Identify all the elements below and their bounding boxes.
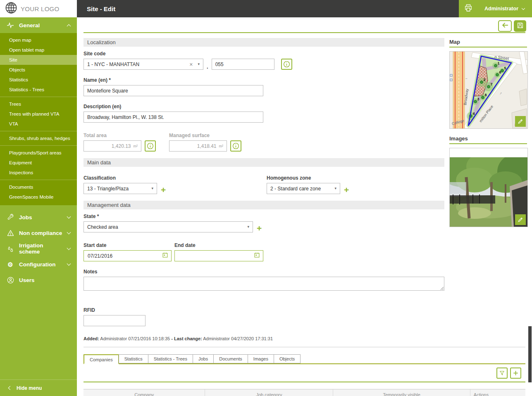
svg-text:2: 2 xyxy=(484,78,486,82)
sidebar-item-statistics-trees[interactable]: Statistics - Trees xyxy=(0,85,77,95)
managed-surface-info-button[interactable] xyxy=(230,140,241,152)
sidebar-section-irrigation[interactable]: Irrigation scheme xyxy=(0,241,77,256)
dropdown-caret-icon[interactable]: ▾ xyxy=(334,187,336,190)
rfid-input[interactable] xyxy=(83,315,146,326)
edit-images-button[interactable] xyxy=(515,214,526,225)
images-title-rule xyxy=(449,143,527,144)
sidebar-section-jobs[interactable]: Jobs xyxy=(0,209,77,225)
site-area-select[interactable]: 1 - NYC - MANHATTAN × ▾ xyxy=(83,59,203,70)
hide-menu-button[interactable]: Hide menu xyxy=(0,379,77,396)
general-submenu: Open mapOpen tablet mapSiteObjectsStatis… xyxy=(0,33,77,205)
end-date-field[interactable] xyxy=(174,250,263,261)
tab-companies[interactable]: Companies xyxy=(83,354,119,364)
start-date-input[interactable] xyxy=(87,253,162,259)
name-input[interactable] xyxy=(83,85,263,96)
sidebar-item-equipment[interactable]: Equipment xyxy=(0,158,77,168)
user-icon xyxy=(7,276,14,284)
images-thumbnail[interactable] xyxy=(449,148,528,227)
total-area-value: 1,420.13 xyxy=(112,143,131,149)
add-row-button[interactable] xyxy=(510,368,521,379)
sidebar-item-trees[interactable]: Trees xyxy=(0,99,77,109)
site-code-input[interactable] xyxy=(212,59,274,70)
user-menu[interactable]: Administrator xyxy=(478,0,532,17)
last-change-label: Last change: xyxy=(174,336,202,341)
tab-bar: CompaniesStatisticsStatistics - TreesJob… xyxy=(83,354,525,364)
sidebar-section-label: General xyxy=(19,22,40,28)
end-date-label: End date xyxy=(174,242,263,248)
sidebar-item-objects[interactable]: Objects xyxy=(0,65,77,75)
sidebar-section-configuration[interactable]: ⚙ Configuration xyxy=(0,256,77,272)
tab-statistics-trees[interactable]: Statistics - Trees xyxy=(148,354,193,363)
homogenous-zone-select[interactable]: 2 - Standard care zone ▾ xyxy=(267,183,340,194)
tab-statistics[interactable]: Statistics xyxy=(119,354,148,363)
add-homogenous-zone-button[interactable]: + xyxy=(344,185,349,194)
column-header-temporarily-visible[interactable]: Temporarily visible xyxy=(333,389,470,396)
classification-value: 13 - Triangle/Plaza xyxy=(87,186,151,192)
panel-scrollbar[interactable] xyxy=(528,326,532,382)
dropdown-caret-icon[interactable]: ▾ xyxy=(247,225,249,229)
printer-icon xyxy=(464,3,473,14)
audit-dash: - xyxy=(171,336,173,341)
sidebar-item-shrubs-shrub-areas-hedges[interactable]: Shrubs, shrub areas, hedges xyxy=(0,133,77,143)
notes-textarea[interactable] xyxy=(83,277,444,291)
chevron-down-icon xyxy=(67,246,71,250)
tab-objects[interactable]: Objects xyxy=(274,354,301,363)
sidebar-item-vta[interactable]: VTA xyxy=(0,119,77,129)
side-column: Map xyxy=(449,38,527,341)
clear-icon[interactable]: × xyxy=(189,62,193,67)
site-code-info-button[interactable] xyxy=(281,59,292,70)
last-change-value: Administrator 04/27/2020 17:31:31 xyxy=(203,336,273,341)
tree-marker xyxy=(496,74,499,76)
chevron-up-icon xyxy=(67,24,71,28)
add-classification-button[interactable]: + xyxy=(161,185,166,194)
filter-button[interactable] xyxy=(496,368,508,379)
sidebar-item-statistics[interactable]: Statistics xyxy=(0,75,77,85)
map-thumbnail[interactable]: ↑ xyxy=(449,51,528,129)
nav-group: Open mapOpen tablet mapSiteObjectsStatis… xyxy=(0,35,77,95)
chevron-down-icon xyxy=(522,6,525,9)
activity-icon xyxy=(7,21,14,29)
sidebar-item-open-map[interactable]: Open map xyxy=(0,35,77,45)
save-button[interactable] xyxy=(514,20,526,32)
managed-surface-label: Managed surface xyxy=(169,133,227,138)
tree-marker xyxy=(482,96,484,99)
gear-icon: ⚙ xyxy=(7,261,14,268)
sidebar-section-non-compliance[interactable]: Non compliance xyxy=(0,225,77,241)
column-header-job-category[interactable]: Job category xyxy=(205,389,333,396)
add-state-button[interactable]: + xyxy=(257,224,262,232)
end-date-input[interactable] xyxy=(178,253,254,259)
sidebar-section-users[interactable]: Users xyxy=(0,272,77,288)
sidebar-item-greenspaces-mobile[interactable]: GreenSpaces Mobile xyxy=(0,192,77,202)
tab-documents[interactable]: Documents xyxy=(213,354,248,363)
dropdown-caret-icon[interactable]: ▾ xyxy=(151,187,153,190)
classification-select[interactable]: 13 - Triangle/Plaza ▾ xyxy=(83,183,157,194)
section-main-data: Main data xyxy=(83,158,444,167)
sidebar-section-label: Non compliance xyxy=(19,230,62,236)
state-select[interactable]: Checked area ▾ xyxy=(83,221,253,232)
sidebar-section-general[interactable]: General xyxy=(0,17,77,33)
start-date-field[interactable] xyxy=(83,250,172,261)
top-actions xyxy=(83,17,527,32)
calendar-icon[interactable] xyxy=(254,252,260,260)
total-area-info-button[interactable] xyxy=(145,140,156,152)
tab-jobs[interactable]: Jobs xyxy=(193,354,214,363)
tree-marker xyxy=(474,100,477,103)
sidebar-item-trees-with-planned-vta[interactable]: Trees with planned VTA xyxy=(0,109,77,119)
print-button[interactable] xyxy=(459,0,478,17)
back-button[interactable] xyxy=(498,20,512,32)
sidebar-item-documents[interactable]: Documents xyxy=(0,182,77,192)
tree-marker xyxy=(480,81,483,84)
description-input[interactable] xyxy=(83,111,263,123)
calendar-icon[interactable] xyxy=(162,252,168,260)
column-header-company[interactable]: Company xyxy=(83,389,205,396)
edit-map-button[interactable] xyxy=(515,116,526,127)
total-area-field: 1,420.13 m² xyxy=(83,140,141,152)
tab-images[interactable]: Images xyxy=(248,354,274,363)
column-header-actions[interactable]: Actions xyxy=(470,389,525,396)
sidebar-item-open-tablet-map[interactable]: Open tablet map xyxy=(0,45,77,55)
sidebar-item-playgrounds-sport-areas[interactable]: Playgrounds/Sport areas xyxy=(0,148,77,158)
sidebar-item-inspections[interactable]: Inspections xyxy=(0,168,77,178)
dropdown-caret-icon[interactable]: ▾ xyxy=(198,62,200,66)
sidebar-item-site[interactable]: Site xyxy=(0,55,77,65)
toolbar-rule xyxy=(83,382,525,382)
